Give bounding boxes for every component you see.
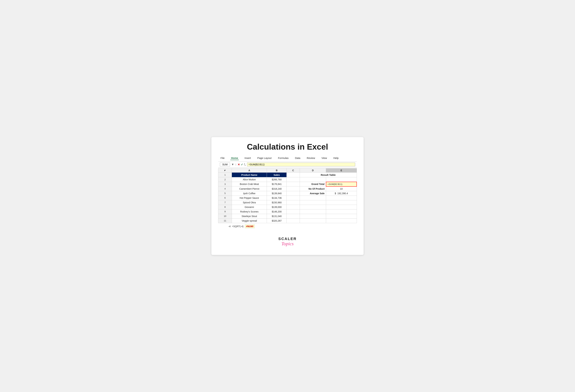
cell-a2[interactable]: Alice Mutton — [232, 177, 267, 182]
page-title: Calculations in Excel — [218, 142, 357, 151]
col-header-b[interactable]: B — [267, 168, 287, 173]
menu-home[interactable]: Home — [230, 156, 239, 160]
cell-b11[interactable]: $320,287 — [267, 218, 287, 223]
cell-e9[interactable] — [326, 209, 357, 214]
cancel-icon[interactable]: ✕ — [238, 163, 240, 166]
confirm-icon[interactable]: ✓ — [241, 163, 243, 166]
fx-label: fx — [244, 163, 246, 166]
column-header-row: A B C D E — [218, 168, 357, 173]
row-number: 11 — [218, 218, 232, 223]
row-number: 8 — [218, 205, 232, 209]
cell-c7[interactable] — [287, 200, 300, 205]
select-all-button[interactable] — [218, 168, 232, 173]
cell-d11[interactable] — [300, 218, 326, 223]
cell-b8[interactable]: $139,000 — [267, 205, 287, 209]
sqrt-formula: =SQRT(-4) — [232, 225, 243, 228]
table-row: 3Boston Crab Meat$176,841Grand Total=SUM… — [218, 182, 357, 186]
cell-e2[interactable] — [326, 177, 357, 182]
cell-a3[interactable]: Boston Crab Meat — [232, 182, 267, 186]
table-row: 11Veggie-spread$320,287 — [218, 218, 357, 223]
sqrt-neg-value: -4 — [228, 225, 231, 228]
cell-b4[interactable]: $318,240 — [267, 186, 287, 191]
cell-b10[interactable]: $131,040 — [267, 214, 287, 218]
excel-window: File Home Insert Page Layout Formulas Da… — [218, 155, 357, 228]
cell-b5[interactable]: $139,840 — [267, 191, 287, 196]
logo-top: SCALER — [278, 237, 297, 241]
cell-d2[interactable] — [300, 177, 326, 182]
cell-b2[interactable]: $266,760 — [267, 177, 287, 182]
grand-total-value[interactable]: =SUM(B2:B11) — [326, 182, 357, 186]
cell-b6[interactable]: $134,736 — [267, 196, 287, 200]
cell-e8[interactable] — [326, 205, 357, 209]
formula-icons: ▼ ⁞ ✕ ✓ fx — [231, 163, 246, 166]
table-row: 7Spiced Okra$150,960 — [218, 200, 357, 205]
row-number: 9 — [218, 209, 232, 214]
col-header-d[interactable]: D — [300, 168, 326, 173]
cell-c10[interactable] — [287, 214, 300, 218]
cell-a6[interactable]: Hot Pepper Sauce — [232, 196, 267, 200]
logo-bottom: Topics — [278, 241, 297, 247]
col-header-a[interactable]: A — [232, 168, 267, 173]
cell-d8[interactable] — [300, 205, 326, 209]
menu-insert[interactable]: Insert — [244, 156, 252, 160]
formula-input[interactable] — [247, 163, 355, 166]
menu-bar: File Home Insert Page Layout Formulas Da… — [218, 155, 357, 161]
cell-a4[interactable]: Camembert Pierrot — [232, 186, 267, 191]
cell-c9[interactable] — [287, 209, 300, 214]
cell-c11[interactable] — [287, 218, 300, 223]
grand-total-label: Grand Total — [300, 182, 326, 186]
cell-b7[interactable]: $150,960 — [267, 200, 287, 205]
col-header-e[interactable]: E — [326, 168, 357, 173]
average-sale-label: Average Sale — [300, 191, 326, 196]
cell-b3[interactable]: $176,841 — [267, 182, 287, 186]
currency-symbol: $ — [335, 192, 337, 195]
menu-view[interactable]: View — [321, 156, 328, 160]
row-number: 3 — [218, 182, 232, 186]
table-row: 1Product NameSalesResult Table — [218, 173, 357, 177]
menu-review[interactable]: Review — [306, 156, 316, 160]
cell-d10[interactable] — [300, 214, 326, 218]
cell-c5[interactable] — [287, 191, 300, 196]
cell-a7[interactable]: Spiced Okra — [232, 200, 267, 205]
cell-a1[interactable]: Product Name — [232, 173, 267, 177]
cell-a5[interactable]: Ipoh Coffee — [232, 191, 267, 196]
table-row: 9Rodney's Scones$146,200 — [218, 209, 357, 214]
select-all-icon — [224, 170, 226, 171]
spreadsheet: A B C D E 1Product NameSalesResult Table… — [218, 168, 357, 228]
cell-b9[interactable]: $146,200 — [267, 209, 287, 214]
cell-reference-input[interactable] — [220, 163, 230, 166]
row-number: 4 — [218, 186, 232, 191]
menu-data[interactable]: Data — [294, 156, 301, 160]
cell-e10[interactable] — [326, 214, 357, 218]
menu-page-layout[interactable]: Page Layout — [257, 156, 272, 160]
no-of-product-value[interactable]: 10 — [326, 186, 357, 191]
row-number: 5 — [218, 191, 232, 196]
row-number: 6 — [218, 196, 232, 200]
cell-a9[interactable]: Rodney's Scones — [232, 209, 267, 214]
cell-a8[interactable]: Giovanni — [232, 205, 267, 209]
cell-c2[interactable] — [287, 177, 300, 182]
average-sale-value[interactable]: $ 192,390.4 — [326, 191, 357, 196]
cell-c3[interactable] — [287, 182, 300, 186]
cell-e11[interactable] — [326, 218, 357, 223]
cell-c1[interactable] — [287, 173, 300, 177]
cell-a10[interactable]: Steeleye Stout — [232, 214, 267, 218]
sqrt-row: -4 =SQRT(-4) #NUM! — [218, 223, 357, 228]
logo: SCALER Topics — [278, 237, 297, 247]
menu-formulas[interactable]: Formulas — [277, 156, 289, 160]
row-number: 2 — [218, 177, 232, 182]
cell-d9[interactable] — [300, 209, 326, 214]
cell-e6[interactable] — [326, 196, 357, 200]
cell-c6[interactable] — [287, 196, 300, 200]
dropdown-icon[interactable]: ▼ — [231, 163, 234, 166]
cell-a11[interactable]: Veggie-spread — [232, 218, 267, 223]
cell-d6[interactable] — [300, 196, 326, 200]
cell-e7[interactable] — [326, 200, 357, 205]
cell-c8[interactable] — [287, 205, 300, 209]
cell-c4[interactable] — [287, 186, 300, 191]
menu-file[interactable]: File — [220, 156, 225, 160]
col-header-c[interactable]: C — [287, 168, 300, 173]
menu-help[interactable]: Help — [333, 156, 339, 160]
cell-b1[interactable]: Sales — [267, 173, 287, 177]
cell-d7[interactable] — [300, 200, 326, 205]
